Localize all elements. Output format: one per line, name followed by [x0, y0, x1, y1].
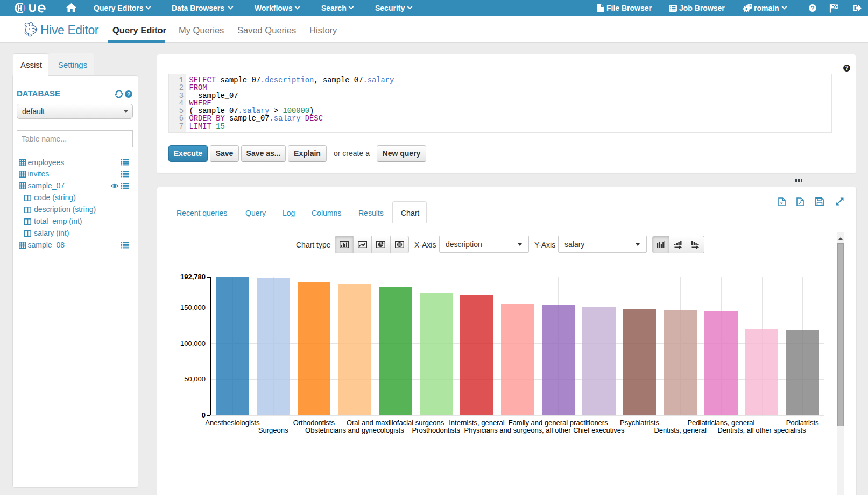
- svg-text:x: x: [780, 201, 783, 206]
